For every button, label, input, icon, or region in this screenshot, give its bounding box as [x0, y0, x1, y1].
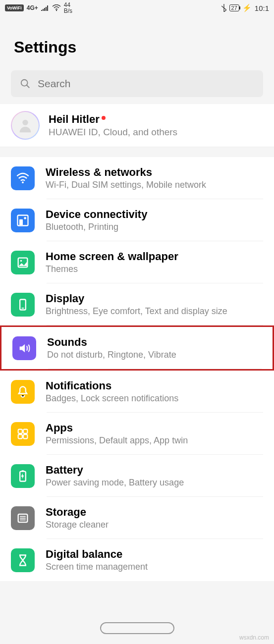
- svg-rect-15: [23, 434, 27, 438]
- wifi-section-icon: [11, 166, 35, 190]
- item-title: Home screen & wallpaper: [46, 250, 263, 263]
- charging-icon: ⚡: [242, 3, 252, 12]
- connectivity-icon: [11, 209, 35, 232]
- status-left: VoWiFi 4G+ 44 B/s: [5, 2, 72, 14]
- item-sounds[interactable]: Sounds Do not disturb, Ringtone, Vibrate: [0, 325, 274, 371]
- sound-icon: [12, 336, 36, 360]
- account-sub: HUAWEI ID, Cloud, and others: [49, 127, 177, 138]
- item-homescreen[interactable]: Home screen & wallpaper Themes: [0, 241, 274, 283]
- item-sub: Bluetooth, Printing: [46, 222, 263, 232]
- item-notifications[interactable]: Notifications Badges, Lock screen notifi…: [0, 371, 274, 413]
- svg-rect-17: [22, 470, 24, 471]
- item-title: Digital balance: [46, 548, 263, 561]
- svg-point-1: [21, 80, 28, 86]
- battery-icon: [11, 464, 35, 488]
- item-title: Battery: [46, 464, 263, 477]
- item-sub: Themes: [46, 264, 263, 274]
- hourglass-icon: [11, 548, 35, 572]
- item-storage[interactable]: Storage Storage cleaner: [0, 497, 274, 539]
- item-title: Display: [46, 292, 263, 305]
- item-title: Notifications: [46, 379, 263, 392]
- svg-rect-14: [18, 434, 22, 438]
- item-title: Apps: [46, 422, 263, 434]
- account-name: Heil Hitler: [49, 113, 100, 125]
- item-sub: Wi-Fi, Dual SIM settings, Mobile network: [46, 180, 263, 190]
- item-connectivity[interactable]: Device connectivity Bluetooth, Printing: [0, 199, 274, 241]
- search-bar[interactable]: [11, 70, 263, 97]
- vowifi-badge: VoWiFi: [5, 4, 24, 11]
- page-title: Settings: [14, 38, 260, 56]
- apps-icon: [11, 422, 35, 446]
- status-bar: VoWiFi 4G+ 44 B/s 27 ⚡ 10:1: [0, 0, 274, 16]
- section-spacer: [0, 147, 274, 157]
- svg-rect-6: [19, 219, 23, 225]
- item-display[interactable]: Display Brightness, Eye comfort, Text an…: [0, 283, 274, 325]
- person-icon: [17, 117, 34, 134]
- notification-dot: [102, 116, 106, 120]
- item-title: Wireless & networks: [46, 166, 263, 179]
- svg-point-3: [22, 120, 28, 125]
- svg-rect-13: [23, 429, 27, 433]
- svg-line-2: [27, 85, 30, 88]
- item-sub: Permissions, Default apps, App twin: [46, 435, 263, 446]
- item-sub: Badges, Lock screen notifications: [46, 393, 263, 404]
- account-text: Heil Hitler HUAWEI ID, Cloud, and others: [49, 113, 177, 138]
- svg-rect-12: [18, 429, 22, 433]
- svg-point-0: [56, 10, 57, 11]
- nav-pill[interactable]: [100, 622, 174, 634]
- svg-point-9: [20, 260, 22, 262]
- signal-icon: [41, 5, 49, 11]
- net-type: 4G+: [27, 4, 38, 11]
- clock: 10:1: [255, 4, 269, 12]
- display-icon: [11, 293, 35, 317]
- settings-list: Wireless & networks Wi-Fi, Dual SIM sett…: [0, 157, 274, 581]
- item-wireless[interactable]: Wireless & networks Wi-Fi, Dual SIM sett…: [0, 157, 274, 199]
- svg-point-7: [24, 217, 26, 219]
- battery-indicator: 27: [229, 4, 239, 11]
- search-input[interactable]: [38, 78, 254, 90]
- item-sub: Power saving mode, Battery usage: [46, 478, 263, 488]
- item-sub: Screen time management: [46, 562, 263, 572]
- watermark: wsxdn.com: [239, 634, 269, 641]
- status-right: 27 ⚡ 10:1: [221, 3, 269, 12]
- bluetooth-icon: [221, 4, 226, 12]
- wallpaper-icon: [11, 251, 35, 274]
- page-header: Settings: [0, 16, 274, 66]
- item-apps[interactable]: Apps Permissions, Default apps, App twin: [0, 413, 274, 455]
- bell-icon: [11, 380, 35, 404]
- wifi-icon: [52, 4, 61, 11]
- item-title: Device connectivity: [46, 208, 263, 221]
- item-digital-balance[interactable]: Digital balance Screen time management: [0, 539, 274, 581]
- item-sub: Do not disturb, Ringtone, Vibrate: [47, 350, 262, 360]
- item-title: Sounds: [47, 336, 262, 349]
- net-speed: 44 B/s: [64, 2, 72, 14]
- item-sub: Brightness, Eye comfort, Text and displa…: [46, 306, 263, 317]
- item-title: Storage: [46, 506, 263, 519]
- storage-icon: [11, 506, 35, 530]
- avatar: [11, 111, 40, 140]
- account-row[interactable]: Heil Hitler HUAWEI ID, Cloud, and others: [0, 104, 274, 147]
- item-sub: Storage cleaner: [46, 520, 263, 530]
- svg-point-4: [22, 181, 24, 183]
- search-icon: [20, 78, 31, 89]
- item-battery[interactable]: Battery Power saving mode, Battery usage: [0, 455, 274, 497]
